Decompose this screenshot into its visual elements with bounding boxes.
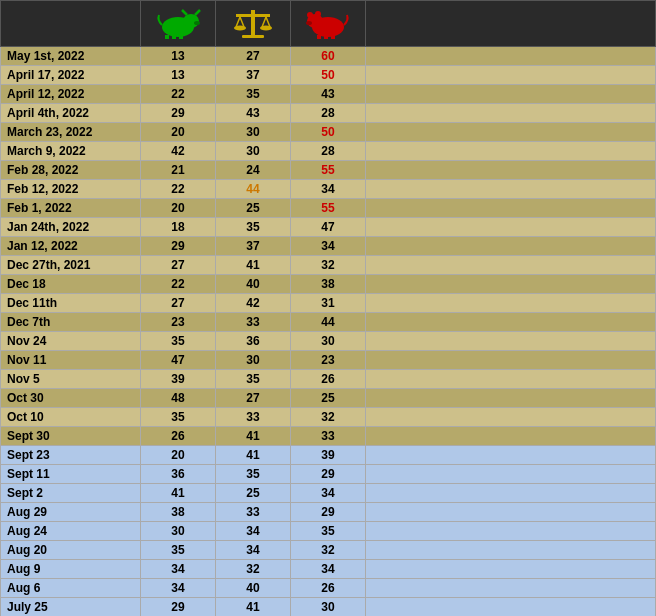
bull-value: 36 [141,465,216,484]
bull-value: 35 [141,332,216,351]
scale-value: 33 [216,503,291,522]
date-cell: Aug 20 [1,541,141,560]
bull-value: 34 [141,579,216,598]
svg-rect-8 [251,10,255,36]
svg-rect-21 [317,35,321,39]
comments-cell [366,85,656,104]
comments-cell [366,427,656,446]
comments-cell [366,541,656,560]
scale-value: 40 [216,579,291,598]
date-cell: Dec 18 [1,275,141,294]
comments-cell [366,142,656,161]
date-cell: Feb 28, 2022 [1,161,141,180]
comments-cell [366,218,656,237]
scale-value: 27 [216,47,291,66]
bear-value: 55 [291,199,366,218]
date-cell: Sept 23 [1,446,141,465]
date-cell: March 9, 2022 [1,142,141,161]
date-cell: July 25 [1,598,141,617]
svg-rect-6 [179,35,183,39]
bull-value: 35 [141,541,216,560]
bear-value: 32 [291,541,366,560]
table-row: Nov 5393526 [1,370,656,389]
svg-line-15 [266,17,270,27]
bull-value: 18 [141,218,216,237]
date-cell: Aug 6 [1,579,141,598]
bear-value: 43 [291,85,366,104]
date-cell: Dec 11th [1,294,141,313]
table-row: Sept 11363529 [1,465,656,484]
comments-cell [366,294,656,313]
date-cell: Aug 9 [1,560,141,579]
bear-value: 55 [291,161,366,180]
bull-value: 22 [141,180,216,199]
bull-value: 21 [141,161,216,180]
scale-value: 40 [216,275,291,294]
bear-value: 47 [291,218,366,237]
svg-point-1 [183,14,199,28]
svg-point-7 [194,21,200,25]
scale-value: 25 [216,484,291,503]
table-row: Jan 24th, 2022183547 [1,218,656,237]
comments-cell [366,503,656,522]
date-cell: Nov 24 [1,332,141,351]
bull-value: 41 [141,484,216,503]
date-cell: Dec 27th, 2021 [1,256,141,275]
bull-value: 35 [141,408,216,427]
svg-rect-23 [331,35,335,39]
scale-value: 43 [216,104,291,123]
date-cell: Aug 24 [1,522,141,541]
comments-cell [366,66,656,85]
bull-value: 39 [141,370,216,389]
scale-value: 34 [216,541,291,560]
comments-cell [366,522,656,541]
bear-value: 30 [291,598,366,617]
date-cell: Sept 11 [1,465,141,484]
bear-icon [303,5,353,39]
svg-point-16 [260,26,272,31]
bull-value: 23 [141,313,216,332]
svg-point-20 [315,11,321,17]
scale-value: 25 [216,199,291,218]
date-cell: Nov 11 [1,351,141,370]
bear-header [291,1,366,47]
date-cell: April 4th, 2022 [1,104,141,123]
table-row: Dec 11th274231 [1,294,656,313]
scale-value: 32 [216,560,291,579]
bull-value: 27 [141,294,216,313]
date-cell: Dec 7th [1,313,141,332]
bull-value: 26 [141,427,216,446]
table-row: Sept 30264133 [1,427,656,446]
date-cell: Jan 12, 2022 [1,237,141,256]
scale-value: 35 [216,370,291,389]
bear-value: 50 [291,66,366,85]
comments-cell [366,123,656,142]
date-cell: Oct 10 [1,408,141,427]
bull-value: 38 [141,503,216,522]
comments-cell [366,446,656,465]
table-row: Oct 30482725 [1,389,656,408]
bear-value: 28 [291,142,366,161]
svg-line-3 [195,10,200,15]
date-header [1,1,141,47]
comments-cell [366,180,656,199]
table-row: April 12, 2022223543 [1,85,656,104]
bear-value: 28 [291,104,366,123]
table-row: Nov 24353630 [1,332,656,351]
svg-point-19 [307,12,313,18]
svg-rect-4 [165,35,169,39]
comments-cell [366,351,656,370]
table-row: Oct 10353332 [1,408,656,427]
comments-cell [366,275,656,294]
bear-value: 26 [291,579,366,598]
scale-value: 42 [216,294,291,313]
scale-header [216,1,291,47]
table-row: Aug 29383329 [1,503,656,522]
bear-value: 30 [291,332,366,351]
bull-value: 29 [141,237,216,256]
scale-value: 27 [216,389,291,408]
table-row: Feb 28, 2022212455 [1,161,656,180]
bull-header [141,1,216,47]
scale-value: 30 [216,123,291,142]
table-row: Feb 1, 2022202555 [1,199,656,218]
